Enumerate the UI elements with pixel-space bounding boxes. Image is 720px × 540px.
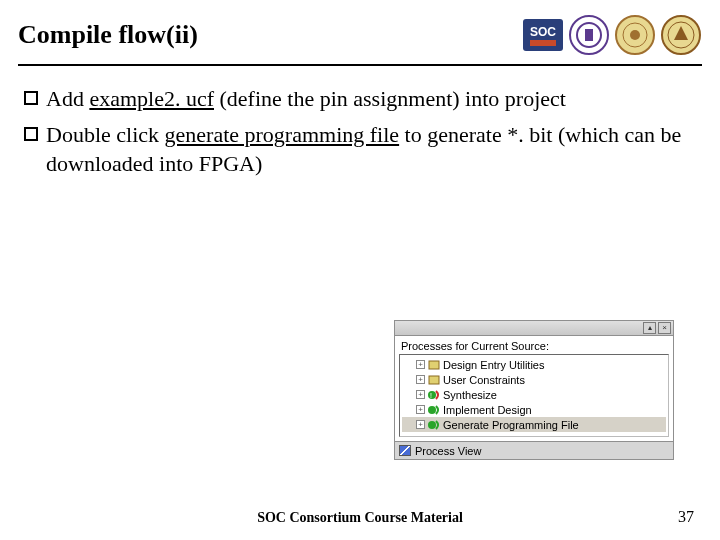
svg-point-16 [428,421,436,429]
folder-icon [428,359,440,371]
svg-point-15 [428,406,436,414]
minimize-button[interactable]: ▴ [643,322,656,334]
university-seal-2 [660,14,702,56]
svg-text:SOC: SOC [530,25,556,39]
footer-text: SOC Consortium Course Material [0,510,720,526]
bullet-item: Double click generate programming file t… [24,120,696,179]
tree-item-generate-programming-file[interactable]: + Generate Programming File [402,417,666,432]
tree-label: User Constraints [443,374,666,386]
panel-titlebar: ▴ × [394,320,674,336]
logo-row: SOC [522,14,702,56]
tree-label: Generate Programming File [443,419,666,431]
panel-tabs: Process View [394,442,674,460]
page-title: Compile flow(ii) [18,20,198,50]
expand-icon[interactable]: + [416,375,425,384]
tree-label: Synthesize [443,389,666,401]
bullet-item: Add example2. ucf (define the pin assign… [24,84,696,114]
expand-icon[interactable]: + [416,405,425,414]
square-bullet-icon [24,127,38,141]
svg-rect-2 [530,40,556,46]
square-bullet-icon [24,91,38,105]
processes-panel: ▴ × Processes for Current Source: + Desi… [394,320,674,460]
ok-status-icon [428,404,440,416]
svg-rect-11 [429,361,439,369]
tree-item-user-constraints[interactable]: + User Constraints [402,372,666,387]
bullet-text-pre: Double click [46,122,165,147]
bullet-text-underlined: example2. ucf [89,86,214,111]
process-view-tab-icon [399,445,411,456]
header-rule [18,64,702,66]
tree-label: Design Entry Utilities [443,359,666,371]
tree-item-synthesize[interactable]: + ! Synthesize [402,387,666,402]
close-button[interactable]: × [658,322,671,334]
slide-body: Add example2. ucf (define the pin assign… [0,84,720,179]
svg-text:!: ! [430,392,432,399]
bullet-text-underlined: generate programming file [165,122,400,147]
ok-status-icon [428,419,440,431]
svg-point-8 [630,30,640,40]
soc-consortium-logo: SOC [522,14,564,56]
expand-icon[interactable]: + [416,420,425,429]
warning-status-icon: ! [428,389,440,401]
ntu-cs-logo [568,14,610,56]
process-view-tab[interactable]: Process View [415,445,481,457]
svg-rect-12 [429,376,439,384]
expand-icon[interactable]: + [416,390,425,399]
bullet-text-pre: Add [46,86,89,111]
panel-heading: Processes for Current Source: [399,340,669,352]
svg-rect-5 [585,29,593,41]
expand-icon[interactable]: + [416,360,425,369]
tree-item-implement-design[interactable]: + Implement Design [402,402,666,417]
bullet-text-post: (define the pin assignment) into project [214,86,566,111]
tree-label: Implement Design [443,404,666,416]
university-seal-1 [614,14,656,56]
tree-item-design-entry[interactable]: + Design Entry Utilities [402,357,666,372]
process-tree[interactable]: + Design Entry Utilities + User Constrai… [399,354,669,437]
page-number: 37 [678,508,694,526]
folder-icon [428,374,440,386]
